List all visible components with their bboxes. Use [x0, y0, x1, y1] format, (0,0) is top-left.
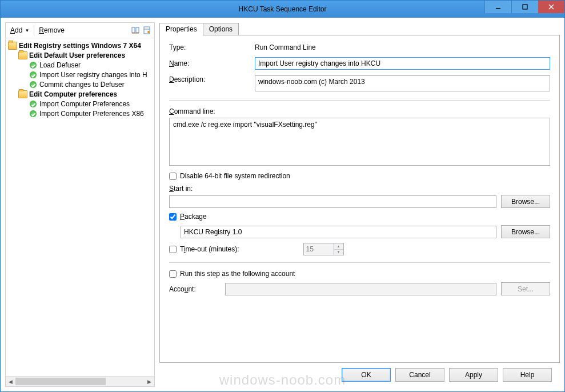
left-pane: Add ▼ Remove Edit Registry setti [5, 22, 155, 387]
tabs: Properties Options [159, 22, 560, 35]
tree-item[interactable]: Import Computer Preferences [6, 99, 154, 109]
properties-panel: Type: Run Command Line Name: Description… [159, 35, 560, 363]
svg-point-9 [147, 31, 150, 33]
package-input[interactable] [181, 226, 496, 238]
window-controls [484, 1, 564, 13]
window-title: HKCU Task Sequence Editor [1, 5, 564, 13]
check-icon [29, 109, 38, 118]
horizontal-scrollbar[interactable]: ◀ ▶ [6, 376, 154, 386]
remove-button[interactable]: Remove [37, 25, 67, 35]
startin-label: Start in: [169, 185, 550, 193]
tree-group[interactable]: Edit Computer preferences [6, 89, 154, 99]
description-label: Description: [169, 75, 255, 83]
commandline-input[interactable] [169, 118, 550, 166]
timeout-checkbox[interactable] [169, 246, 177, 253]
tree-group[interactable]: Edit Default User preferences [6, 50, 154, 60]
description-input[interactable] [255, 75, 550, 91]
folder-icon [18, 90, 27, 99]
apply-button[interactable]: Apply [449, 368, 498, 382]
task-tree[interactable]: Edit Registry settings Windows 7 X64 Edi… [6, 38, 154, 376]
new-group-icon[interactable] [130, 25, 141, 35]
timeout-label: Time-out (minutes): [180, 245, 239, 253]
tree-label: Import Computer Preferences X86 [39, 110, 144, 118]
help-button[interactable]: Help [503, 368, 552, 382]
package-label: Package [180, 213, 207, 221]
disable64-label: Disable 64-bit file system redirection [180, 172, 290, 180]
separator [34, 25, 34, 35]
commandline-label: Command line: [169, 107, 550, 115]
runas-checkbox[interactable] [169, 270, 177, 278]
tree-label: Commit changes to Defuser [39, 81, 125, 89]
svg-rect-4 [132, 27, 135, 33]
account-label: Account: [169, 285, 221, 293]
check-icon [29, 70, 38, 79]
check-icon [29, 61, 38, 70]
scroll-thumb[interactable] [15, 378, 106, 385]
properties-icon[interactable] [142, 25, 152, 35]
svg-rect-5 [136, 27, 139, 33]
browse-package-button[interactable]: Browse... [501, 225, 550, 238]
check-icon [29, 80, 38, 89]
tree-label: Import User registry changes into H [39, 71, 147, 79]
name-input[interactable] [255, 57, 550, 70]
package-checkbox[interactable] [169, 213, 177, 221]
browse-startin-button[interactable]: Browse... [501, 195, 550, 208]
scroll-left-arrow[interactable]: ◀ [6, 377, 15, 386]
type-value: Run Command Line [255, 43, 550, 51]
window: HKCU Task Sequence Editor Add ▼ [0, 0, 565, 392]
tab-properties[interactable]: Properties [159, 23, 203, 35]
cancel-button[interactable]: Cancel [395, 368, 444, 382]
left-toolbar: Add ▼ Remove [6, 23, 154, 38]
maximize-button[interactable] [511, 1, 538, 13]
tree-item[interactable]: Load Defuser [6, 60, 154, 70]
dialog-buttons: OK Cancel Apply Help [159, 363, 560, 387]
check-icon [29, 99, 38, 109]
remove-label: emove [44, 26, 65, 34]
runas-label: Run this step as the following account [180, 270, 295, 278]
set-account-button: Set... [501, 282, 550, 295]
svg-rect-1 [523, 5, 527, 9]
chevron-down-icon: ▼ [25, 28, 29, 33]
disable64-checkbox[interactable] [169, 173, 177, 180]
timeout-value [304, 243, 334, 255]
tree-item[interactable]: Import User registry changes into H [6, 70, 154, 79]
tree-root[interactable]: Edit Registry settings Windows 7 X64 [6, 41, 154, 50]
scroll-right-arrow[interactable]: ▶ [145, 377, 154, 386]
folder-icon [8, 41, 17, 50]
close-button[interactable] [538, 1, 564, 13]
tab-options[interactable]: Options [203, 23, 239, 35]
add-button[interactable]: Add ▼ [8, 25, 31, 35]
tree-label: Edit Computer preferences [29, 90, 117, 98]
ok-button[interactable]: OK [342, 368, 391, 382]
body: Add ▼ Remove Edit Registry setti [1, 18, 564, 391]
right-pane: Properties Options Type: Run Command Lin… [159, 22, 560, 387]
tree-label: Load Defuser [39, 61, 81, 69]
scroll-track[interactable] [15, 377, 145, 386]
tree-item[interactable]: Import Computer Preferences X86 [6, 109, 154, 118]
timeout-spinner[interactable]: ▲▼ [303, 243, 344, 255]
tree-label: Edit Registry settings Windows 7 X64 [19, 42, 141, 50]
account-input [225, 283, 496, 295]
add-label: dd [15, 26, 22, 34]
minimize-button[interactable] [484, 1, 511, 13]
spinner-down-icon[interactable]: ▼ [334, 250, 343, 255]
startin-input[interactable] [169, 195, 496, 208]
folder-icon [18, 51, 27, 60]
titlebar: HKCU Task Sequence Editor [1, 1, 564, 18]
tree-label: Import Computer Preferences [39, 100, 130, 108]
type-label: Type: [169, 43, 255, 51]
spinner-up-icon[interactable]: ▲ [334, 243, 343, 250]
tree-label: Edit Default User preferences [29, 51, 125, 59]
tree-item[interactable]: Commit changes to Defuser [6, 79, 154, 89]
name-label: Name: [169, 59, 255, 67]
